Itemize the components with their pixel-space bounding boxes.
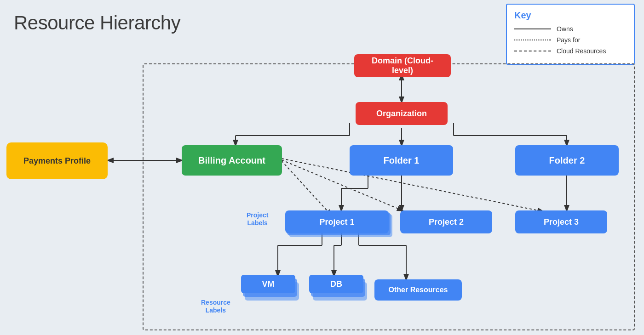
billing-account-node: Billing Account xyxy=(182,145,282,176)
project2-node: Project 2 xyxy=(400,210,492,233)
folder2-node: Folder 2 xyxy=(515,145,619,176)
cloud-label: Cloud Resources xyxy=(557,47,606,55)
pays-line-icon xyxy=(514,40,551,40)
other-resources-node: Other Resources xyxy=(374,279,462,301)
domain-node: Domain (Cloud-level) xyxy=(354,54,451,77)
folder1-node: Folder 1 xyxy=(350,145,453,176)
page-title: Resource Hierarchy xyxy=(14,12,180,34)
pays-label: Pays for xyxy=(557,36,580,44)
cloud-line-icon xyxy=(514,51,551,51)
key-item-pays: Pays for xyxy=(514,36,627,44)
key-item-cloud: Cloud Resources xyxy=(514,47,627,55)
organization-node: Organization xyxy=(356,102,448,125)
resource-labels-label: Resource Labels xyxy=(201,299,230,314)
vm-stack: VM xyxy=(241,275,301,316)
key-box: Key Owns Pays for Cloud Resources xyxy=(506,4,635,65)
key-item-owns: Owns xyxy=(514,25,627,33)
payments-profile-node: Payments Profile xyxy=(6,142,108,179)
owns-line-icon xyxy=(514,28,551,29)
project-labels-label: Project Labels xyxy=(247,211,268,227)
owns-label: Owns xyxy=(557,25,573,33)
project1-stack: Project 1 xyxy=(285,210,389,235)
db-stack: DB xyxy=(309,275,369,316)
key-title: Key xyxy=(514,10,627,21)
project3-node: Project 3 xyxy=(515,210,607,233)
